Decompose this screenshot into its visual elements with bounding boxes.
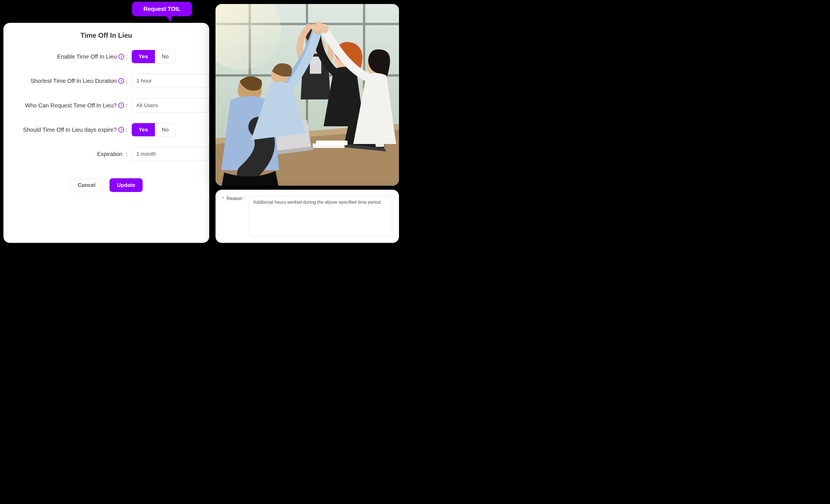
label-expiration-text: Expiration xyxy=(97,151,123,158)
enable-toggle-yes[interactable]: Yes xyxy=(132,50,155,63)
label-expiration: Expiration : xyxy=(10,151,131,158)
svg-point-26 xyxy=(310,24,316,30)
row-expire: Should Time Off In Lieu days expire? i :… xyxy=(10,123,202,137)
cancel-button-label: Cancel xyxy=(78,182,95,188)
reason-value: Additional hours worked during the above… xyxy=(253,200,382,205)
request-toil-callout-text: Request TOIL xyxy=(143,6,181,12)
label-shortest-text: Shortest Time Off In Lieu Duration xyxy=(30,78,117,84)
label-who-can-request: Who Can Request Time Off In Lieu? i : xyxy=(10,102,131,109)
info-icon[interactable]: i xyxy=(118,127,124,133)
info-icon[interactable]: i xyxy=(118,78,124,84)
row-who-can-request: Who Can Request Time Off In Lieu? i : Al… xyxy=(10,98,202,112)
cancel-button[interactable]: Cancel xyxy=(70,178,103,192)
enable-toggle[interactable]: Yes No xyxy=(131,50,176,63)
expiration-value: 1 month xyxy=(136,151,156,157)
expiration-select[interactable]: 1 month xyxy=(131,147,209,161)
row-shortest-duration: Shortest Time Off In Lieu Duration i : 1… xyxy=(10,74,202,88)
expire-toggle-no[interactable]: No xyxy=(155,123,175,136)
label-colon: : xyxy=(126,102,127,109)
settings-actions: Cancel Update xyxy=(10,178,202,192)
label-colon: : xyxy=(126,127,127,133)
shortest-duration-value: 1 hour xyxy=(136,78,152,84)
row-enable: Enable Time Off In Lieu i : Yes No xyxy=(10,50,202,63)
label-expire: Should Time Off In Lieu days expire? i : xyxy=(10,127,131,133)
svg-rect-15 xyxy=(316,141,348,145)
enable-toggle-no[interactable]: No xyxy=(155,50,175,63)
reason-label-text: Reason : xyxy=(227,196,245,201)
who-can-request-select[interactable]: All Users xyxy=(131,98,209,112)
info-icon[interactable]: i xyxy=(118,54,124,60)
team-photo-card xyxy=(216,4,399,186)
label-who-text: Who Can Request Time Off In Lieu? xyxy=(25,102,117,109)
label-shortest-duration: Shortest Time Off In Lieu Duration i : xyxy=(10,78,131,84)
reason-label: * Reason : xyxy=(222,196,245,237)
settings-title: Time Off In Lieu xyxy=(10,31,202,39)
row-expiration: Expiration : 1 month xyxy=(10,147,202,161)
label-enable-text: Enable Time Off In Lieu xyxy=(57,54,117,60)
label-expire-text: Should Time Off In Lieu days expire? xyxy=(23,127,117,133)
label-colon: : xyxy=(126,54,127,60)
label-colon: : xyxy=(126,78,127,84)
label-colon: : xyxy=(126,151,127,158)
request-toil-callout: Request TOIL xyxy=(132,2,192,16)
update-button-label: Update xyxy=(117,182,135,188)
reason-textarea[interactable]: Additional hours worked during the above… xyxy=(249,196,392,237)
update-button[interactable]: Update xyxy=(109,178,142,192)
expire-toggle-yes[interactable]: Yes xyxy=(132,123,155,136)
toil-settings-card: Time Off In Lieu Enable Time Off In Lieu… xyxy=(3,23,209,243)
required-mark: * xyxy=(222,196,224,201)
shortest-duration-select[interactable]: 1 hour xyxy=(131,74,209,88)
reason-card: * Reason : Additional hours worked durin… xyxy=(216,190,399,243)
svg-point-27 xyxy=(316,21,321,27)
who-can-request-value: All Users xyxy=(136,102,158,108)
expire-toggle[interactable]: Yes No xyxy=(131,123,176,137)
info-icon[interactable]: i xyxy=(118,103,124,108)
label-enable: Enable Time Off In Lieu i : xyxy=(10,54,131,60)
team-highfive-illustration-icon xyxy=(216,4,399,186)
